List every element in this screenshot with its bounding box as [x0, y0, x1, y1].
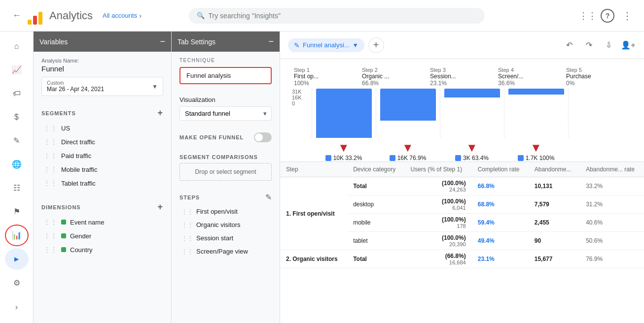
chart-steps-header: Step 1First op...100%Step 2Organic ...66… — [292, 67, 632, 87]
segment-item[interactable]: ⋮⋮Direct traffic — [41, 135, 163, 149]
analytics-logo-icon — [28, 7, 45, 25]
chart-bar-col — [376, 89, 440, 138]
sidebar-item-flag[interactable]: ⚑ — [5, 201, 29, 223]
table-header-cell: Users (% of Step 1) — [405, 162, 472, 177]
chart-step-col: Step 5Purchase0% — [564, 67, 632, 87]
edit-steps-icon[interactable]: ✎ — [265, 193, 272, 202]
dimensions-section-title: DIMENSIONS + — [41, 202, 163, 212]
step-item[interactable]: ⋮⋮First open/visit — [179, 205, 272, 218]
help-icon[interactable]: ? — [601, 9, 614, 23]
date-chevron-icon: ▼ — [152, 83, 158, 90]
open-funnel-toggle[interactable] — [254, 132, 272, 142]
back-button[interactable]: ← — [8, 7, 26, 25]
visualization-label: Visualization — [179, 96, 272, 103]
sidebar-item-configure[interactable]: ⚙ — [5, 272, 29, 293]
add-segment-button[interactable]: + — [157, 108, 163, 118]
chart-yaxis: 31K 16K 0 — [292, 89, 312, 106]
sidebar-item-analytics[interactable]: 📈 — [5, 59, 29, 81]
dimension-item[interactable]: ⋮⋮Country — [41, 243, 163, 257]
device-cell: desktop — [347, 195, 404, 214]
segment-item[interactable]: ⋮⋮Mobile traffic — [41, 162, 163, 176]
table-header-cell: Device category — [347, 162, 404, 177]
drag-handle-icon: ⋮⋮ — [43, 152, 57, 160]
chart-bar — [444, 89, 500, 97]
chart-step-col: Step 2Organic ...66.8% — [360, 67, 428, 87]
search-icon: 🔍 — [197, 12, 205, 19]
add-dimension-button[interactable]: + — [157, 202, 163, 212]
redo-button[interactable]: ↷ — [581, 37, 597, 53]
undo-button[interactable]: ↶ — [561, 37, 577, 53]
drop-segment-zone[interactable]: Drop or select segment — [179, 163, 272, 181]
variables-panel: Variables − Analysis Name: Funnel Custom… — [34, 32, 172, 323]
segments-section-title: SEGMENTS + — [41, 108, 163, 118]
abandon-arrow-icon: ▼ — [402, 141, 414, 155]
funnel-chart-area: Step 1First op...100%Step 2Organic ...66… — [280, 59, 644, 162]
users-cell: (100.0%)24,263 — [405, 177, 472, 195]
more-options-icon[interactable]: ⋮ — [618, 7, 636, 25]
date-range-selector[interactable]: Custom Mar 26 - Apr 24, 2021 ▼ — [41, 77, 163, 96]
grid-icon[interactable]: ⋮⋮ — [579, 7, 597, 25]
tab-settings-panel: Tab Settings − TECHNIQUE Funnel analysis… — [172, 32, 280, 323]
visualization-select[interactable]: Standard funnel Trended funnel — [179, 106, 272, 121]
share-button[interactable]: 👤+ — [620, 37, 636, 53]
drag-handle-icon: ⋮⋮ — [181, 222, 193, 228]
dimension-item[interactable]: ⋮⋮Event name — [41, 215, 163, 229]
icon-sidebar: ⌂ 📈 🏷 $ ✎ 🌐 ☷ ⚑ 📊 ▶ ⚙ › — [0, 32, 34, 323]
drag-handle-icon: ⋮⋮ — [43, 246, 57, 254]
variables-close-icon[interactable]: − — [160, 36, 165, 47]
app-title: Analytics — [49, 9, 93, 22]
sidebar-item-explore[interactable]: 📊 — [5, 225, 29, 246]
search-input[interactable] — [209, 12, 477, 20]
open-funnel-row: MAKE OPEN FUNNEL — [179, 132, 272, 142]
tab-settings-close-icon[interactable]: − — [268, 36, 274, 47]
app-logo: Analytics — [28, 7, 93, 25]
segment-item[interactable]: ⋮⋮US — [41, 121, 163, 135]
funnel-header: ✎ Funnel analysi... ▼ + ↶ ↷ ⇩ 👤+ — [280, 32, 644, 59]
step-item[interactable]: ⋮⋮Organic visitors — [179, 218, 272, 231]
abandon-count-cell: 15,677 — [529, 250, 580, 268]
segment-comparisons-label: SEGMENT COMPARISONS — [179, 154, 272, 160]
step-item[interactable]: ⋮⋮Screen/Page view — [179, 245, 272, 258]
funnel-table[interactable]: StepDevice categoryUsers (% of Step 1)Co… — [280, 162, 644, 323]
abandon-row: ▼10K 33.2%▼16K 76.9%▼3K 63.4%▼1.7K 100% — [312, 141, 632, 162]
abandon-count-cell: 10,131 — [529, 177, 580, 195]
chart-bar-col — [440, 89, 504, 138]
breadcrumb[interactable]: All accounts › — [103, 12, 142, 20]
drag-handle-icon: ⋮⋮ — [43, 218, 57, 226]
sidebar-item-expand[interactable]: ▶ — [5, 248, 29, 270]
abandon-count-cell: 90 — [529, 232, 580, 250]
drag-handle-icon: ⋮⋮ — [43, 124, 57, 132]
chart-bars — [312, 89, 632, 138]
download-button[interactable]: ⇩ — [601, 37, 616, 53]
step-item[interactable]: ⋮⋮Session start — [179, 231, 272, 245]
chart-step-col: Step 4Screen/...36.6% — [496, 67, 564, 87]
table-header-cell: Completion rate — [472, 162, 529, 177]
drag-handle-icon: ⋮⋮ — [43, 165, 57, 173]
chart-step-col: Step 3Session...23.1% — [428, 67, 496, 87]
funnel-tab[interactable]: ✎ Funnel analysi... ▼ — [288, 38, 364, 52]
drag-handle-icon: ⋮⋮ — [181, 208, 193, 215]
abandon-count-cell: 2,455 — [529, 214, 580, 232]
sidebar-item-table[interactable]: ☷ — [5, 177, 29, 199]
abandon-col: ▼10K 33.2% — [312, 141, 376, 162]
step-label-cell: 1. First open/visit — [280, 177, 347, 250]
sidebar-item-home[interactable]: ⌂ — [5, 35, 29, 57]
users-cell: (100.0%)178 — [405, 214, 472, 232]
segment-item[interactable]: ⋮⋮Tablet traffic — [41, 176, 163, 190]
segment-item[interactable]: ⋮⋮Paid traffic — [41, 149, 163, 162]
drag-handle-icon: ⋮⋮ — [43, 179, 57, 187]
table-header-cell: Abandonme... rate — [580, 162, 644, 177]
sidebar-item-pencil[interactable]: ✎ — [5, 130, 29, 152]
funnel-analysis-button[interactable]: Funnel analysis — [179, 67, 272, 84]
dimensions-list: ⋮⋮Event name⋮⋮Gender⋮⋮Country — [41, 215, 163, 257]
search-bar[interactable]: 🔍 — [189, 8, 485, 24]
sidebar-item-money[interactable]: $ — [5, 106, 29, 128]
sidebar-item-tag[interactable]: 🏷 — [5, 83, 29, 104]
dimension-dot — [61, 233, 66, 238]
add-tab-button[interactable]: + — [368, 37, 384, 53]
dimension-item[interactable]: ⋮⋮Gender — [41, 229, 163, 243]
sidebar-item-more[interactable]: › — [5, 295, 29, 319]
sidebar-item-globe[interactable]: 🌐 — [5, 154, 29, 175]
table-row: 2. Organic visitorsTotal(66.8%)16,68423.… — [280, 250, 644, 268]
step-label-cell: 2. Organic visitors — [280, 250, 347, 268]
